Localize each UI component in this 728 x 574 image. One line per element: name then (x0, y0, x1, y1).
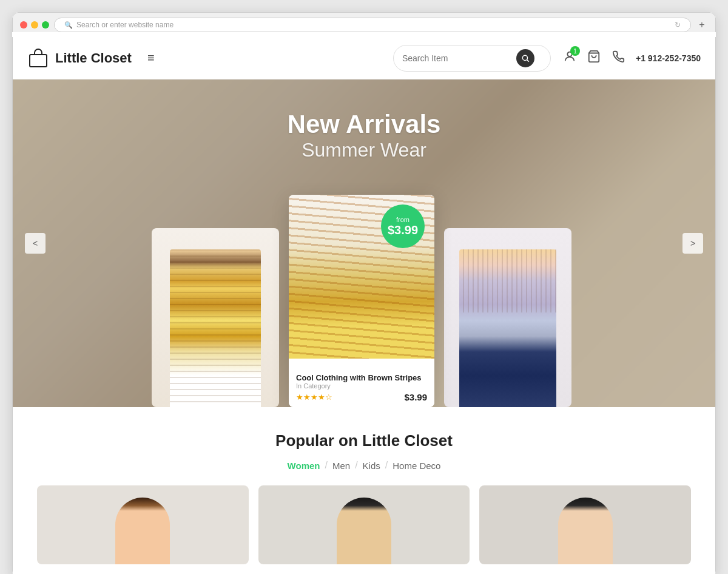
logo-bag-icon (27, 47, 49, 69)
product-thumb-2[interactable] (258, 485, 470, 564)
category-tabs: Women / Men / Kids / Home Deco (37, 460, 691, 471)
hero-subtitle: Summer Wear (288, 139, 441, 161)
app-window: Little Closet ≡ 1 (12, 37, 716, 574)
hero-title: New Arrivals (288, 110, 441, 139)
carousel-next-button[interactable]: > (682, 233, 703, 254)
address-bar[interactable]: 🔍 Search or enter website name ↻ (54, 18, 691, 32)
logo-area: Little Closet ≡ (27, 47, 393, 69)
cart-icon-button[interactable] (587, 50, 601, 66)
card-info: Cool Clothing with Brown Stripes In Cate… (289, 367, 434, 407)
divider-2: / (355, 460, 357, 471)
address-bar-text: Search or enter website name (76, 21, 174, 29)
header-actions: 1 + (563, 50, 701, 66)
price-badge: from $3.99 (381, 204, 425, 248)
product-grid (37, 485, 691, 564)
carousel-prev-button[interactable]: < (25, 233, 46, 254)
phone-number: +1 912-252-7350 (636, 53, 701, 63)
svg-rect-0 (30, 55, 47, 67)
divider-3: / (385, 460, 388, 471)
divider-1: / (325, 460, 327, 471)
user-icon-button[interactable]: 1 (563, 50, 576, 66)
carousel-card-right[interactable] (444, 228, 571, 407)
popular-section: Popular on Little Closet Women / Men / K… (13, 407, 715, 574)
carousel-card-center[interactable]: from $3.99 Cool Clothing with Brown Stri… (289, 195, 434, 407)
category-tab-home-deco[interactable]: Home Deco (393, 461, 440, 471)
category-tab-kids[interactable]: Kids (363, 461, 380, 471)
traffic-light-green[interactable] (42, 21, 49, 29)
product-rating: ★★★★☆ (296, 393, 332, 402)
svg-point-1 (522, 55, 527, 60)
category-tab-men[interactable]: Men (332, 461, 350, 471)
new-tab-button[interactable]: + (696, 19, 708, 31)
hero-section: < > New Arrivals Summer Wear (13, 79, 715, 407)
hamburger-menu[interactable]: ≡ (147, 51, 155, 65)
search-bar (393, 45, 551, 72)
popular-title: Popular on Little Closet (37, 431, 691, 450)
traffic-light-red[interactable] (20, 21, 27, 29)
svg-line-2 (527, 59, 529, 61)
hero-content: New Arrivals Summer Wear (13, 79, 715, 407)
product-price: $3.99 (404, 392, 427, 402)
carousel-card-left[interactable] (152, 228, 279, 407)
hero-cards: from $3.99 Cool Clothing with Brown Stri… (152, 195, 576, 407)
category-tab-women[interactable]: Women (288, 461, 320, 471)
search-button[interactable] (516, 49, 534, 67)
traffic-light-yellow[interactable] (31, 21, 38, 29)
product-thumb-3[interactable] (479, 485, 691, 564)
card-bottom: ★★★★☆ $3.99 (296, 392, 427, 402)
product-thumb-1[interactable] (37, 485, 249, 564)
user-badge: 1 (570, 46, 580, 56)
logo-text: Little Closet (55, 50, 132, 66)
hero-text: New Arrivals Summer Wear (288, 110, 441, 161)
phone-icon-button[interactable] (612, 50, 625, 66)
card-product-category: In Category (296, 382, 427, 390)
card-product-name: Cool Clothing with Brown Stripes (296, 373, 427, 382)
search-input[interactable] (402, 53, 511, 63)
header: Little Closet ≡ 1 (13, 37, 715, 79)
